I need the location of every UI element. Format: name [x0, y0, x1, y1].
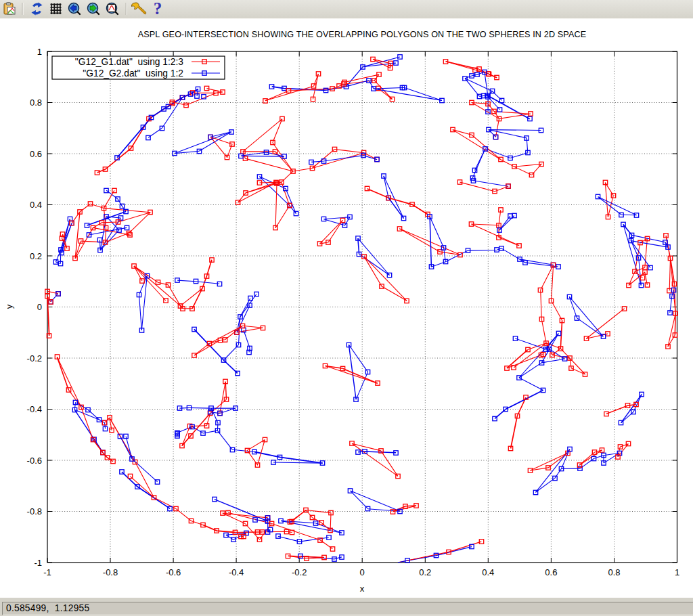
svg-text:0.8: 0.8	[608, 567, 620, 577]
svg-text:0.6: 0.6	[30, 149, 42, 159]
svg-text:0.6: 0.6	[545, 567, 557, 577]
svg-text:-0.6: -0.6	[166, 567, 181, 577]
svg-text:-0.6: -0.6	[27, 456, 42, 466]
svg-text:-1: -1	[43, 567, 51, 577]
svg-text:0.4: 0.4	[30, 200, 42, 210]
svg-text:-0.8: -0.8	[27, 506, 42, 516]
svg-text:-0.2: -0.2	[292, 567, 307, 577]
svg-text:0.2: 0.2	[30, 251, 42, 261]
svg-text:0: 0	[360, 567, 365, 577]
svg-text:-0.8: -0.8	[103, 567, 118, 577]
svg-text:0.4: 0.4	[482, 567, 494, 577]
svg-text:-0.4: -0.4	[27, 404, 42, 414]
svg-text:1: 1	[37, 47, 42, 57]
svg-text:-0.2: -0.2	[27, 353, 42, 364]
svg-text:"G12_G2.dat" using 1:2: "G12_G2.dat" using 1:2	[83, 68, 183, 79]
svg-text:1: 1	[675, 567, 679, 577]
svg-text:"G12_G1.dat" using 1:2:3: "G12_G1.dat" using 1:2:3	[75, 57, 183, 67]
svg-text:-1: -1	[34, 558, 42, 568]
svg-text:y: y	[4, 304, 14, 309]
svg-text:0.8: 0.8	[30, 97, 42, 108]
svg-text:0.2: 0.2	[419, 567, 431, 577]
svg-text:-0.4: -0.4	[229, 567, 244, 577]
svg-text:x: x	[360, 584, 365, 594]
svg-text:0: 0	[37, 302, 42, 312]
